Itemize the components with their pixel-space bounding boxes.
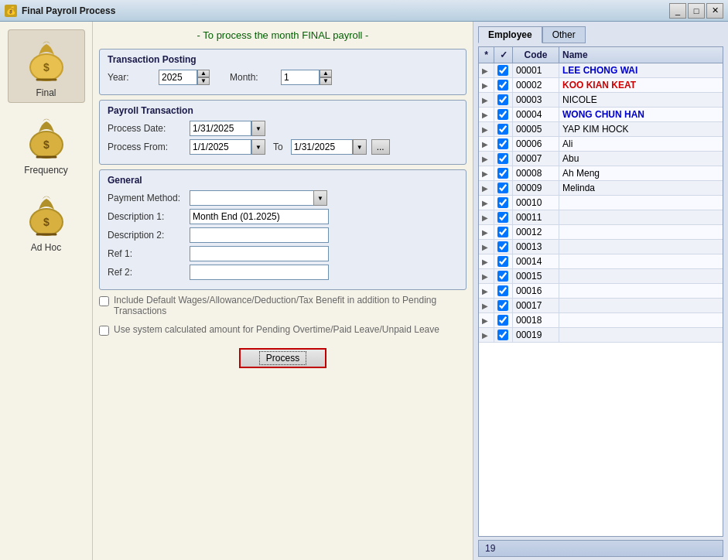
use-system-checkbox[interactable]	[99, 326, 109, 336]
row-checkbox-cell[interactable]	[494, 299, 513, 312]
row-checkbox-cell[interactable]	[494, 225, 513, 239]
maximize-button[interactable]: □	[688, 3, 705, 19]
row-expand-arrow[interactable]: ▶	[479, 122, 494, 136]
sidebar-item-frequency[interactable]: $ Frequency	[8, 107, 85, 180]
row-checkbox[interactable]	[497, 109, 508, 120]
row-expand-arrow[interactable]: ▶	[479, 240, 494, 254]
row-expand-arrow[interactable]: ▶	[479, 328, 494, 342]
sidebar-item-adhoc[interactable]: $ Ad Hoc	[8, 184, 85, 258]
process-from-field[interactable]	[190, 139, 251, 155]
row-checkbox-cell[interactable]	[494, 166, 513, 180]
process-to-field[interactable]	[291, 139, 353, 155]
row-expand-arrow[interactable]: ▶	[479, 284, 494, 298]
row-checkbox[interactable]	[497, 212, 508, 223]
process-date-dropdown-btn[interactable]: ▼	[251, 121, 265, 136]
row-checkbox-cell[interactable]	[494, 269, 513, 283]
row-checkbox[interactable]	[497, 330, 508, 340]
minimize-button[interactable]: _	[669, 3, 686, 19]
row-checkbox[interactable]	[497, 168, 508, 179]
row-checkbox[interactable]	[497, 227, 508, 237]
row-expand-arrow[interactable]: ▶	[479, 196, 494, 210]
row-checkbox[interactable]	[497, 197, 508, 208]
row-checkbox-cell[interactable]	[494, 108, 513, 121]
row-checkbox[interactable]	[497, 285, 508, 296]
year-down-btn[interactable]: ▼	[197, 77, 210, 85]
ellipsis-button[interactable]: ...	[371, 139, 390, 155]
row-expand-arrow[interactable]: ▶	[479, 210, 494, 224]
process-from-input[interactable]: ▼	[190, 139, 265, 155]
row-checkbox-cell[interactable]	[494, 78, 513, 92]
row-checkbox[interactable]	[497, 94, 508, 105]
close-button[interactable]: ✕	[706, 3, 723, 19]
process-date-input[interactable]: ▼	[190, 121, 265, 136]
row-expand-arrow[interactable]: ▶	[479, 299, 494, 312]
row-checkbox-cell[interactable]	[494, 254, 513, 268]
process-date-field[interactable]	[190, 121, 251, 136]
process-button[interactable]: Process	[239, 348, 326, 368]
row-checkbox[interactable]	[497, 153, 508, 164]
row-checkbox-cell[interactable]	[494, 63, 513, 77]
row-checkbox-cell[interactable]	[494, 181, 513, 195]
month-spinner[interactable]: ▲ ▼	[281, 70, 332, 85]
month-down-btn[interactable]: ▼	[320, 77, 332, 85]
row-checkbox-cell[interactable]	[494, 210, 513, 224]
process-from-dropdown-btn[interactable]: ▼	[251, 139, 265, 155]
payment-method-combo[interactable]: ▼	[190, 190, 327, 206]
row-checkbox-cell[interactable]	[494, 284, 513, 298]
desc1-input[interactable]	[190, 209, 329, 224]
row-checkbox-cell[interactable]	[494, 240, 513, 254]
employee-count: 19	[485, 543, 495, 554]
row-expand-arrow[interactable]: ▶	[479, 137, 494, 151]
row-checkbox[interactable]	[497, 124, 508, 135]
process-to-dropdown-btn[interactable]: ▼	[353, 139, 367, 155]
row-checkbox-cell[interactable]	[494, 137, 513, 151]
row-checkbox[interactable]	[497, 138, 508, 149]
month-up-btn[interactable]: ▲	[320, 70, 332, 77]
row-checkbox[interactable]	[497, 183, 508, 193]
row-expand-arrow[interactable]: ▶	[479, 181, 494, 195]
svg-text:$: $	[43, 61, 50, 73]
row-checkbox[interactable]	[497, 65, 508, 76]
tab-employee[interactable]: Employee	[478, 26, 542, 43]
row-expand-arrow[interactable]: ▶	[479, 93, 494, 107]
row-checkbox[interactable]	[497, 300, 508, 311]
sidebar-item-final[interactable]: $ Final	[8, 29, 85, 103]
year-spinner[interactable]: ▲ ▼	[159, 70, 210, 85]
row-expand-arrow[interactable]: ▶	[479, 313, 494, 327]
row-checkbox[interactable]	[497, 271, 508, 282]
row-expand-arrow[interactable]: ▶	[479, 166, 494, 180]
tab-other[interactable]: Other	[542, 26, 586, 43]
row-expand-arrow[interactable]: ▶	[479, 152, 494, 166]
row-expand-arrow[interactable]: ▶	[479, 254, 494, 268]
row-checkbox-cell[interactable]	[494, 328, 513, 342]
row-expand-arrow[interactable]: ▶	[479, 269, 494, 283]
row-expand-arrow[interactable]: ▶	[479, 225, 494, 239]
row-checkbox[interactable]	[497, 315, 508, 326]
row-code: 00015	[513, 269, 559, 283]
sidebar-adhoc-label: Ad Hoc	[31, 242, 61, 253]
ref1-input[interactable]	[190, 246, 329, 261]
row-checkbox-cell[interactable]	[494, 93, 513, 107]
desc2-input[interactable]	[190, 227, 329, 243]
row-checkbox-cell[interactable]	[494, 122, 513, 136]
year-up-btn[interactable]: ▲	[197, 70, 210, 77]
row-checkbox[interactable]	[497, 241, 508, 252]
row-expand-arrow[interactable]: ▶	[479, 63, 494, 77]
row-checkbox[interactable]	[497, 80, 508, 90]
row-expand-arrow[interactable]: ▶	[479, 108, 494, 121]
row-name: Ali	[559, 137, 723, 151]
frequency-icon: $	[22, 112, 71, 162]
row-expand-arrow[interactable]: ▶	[479, 78, 494, 92]
payment-method-dropdown-btn[interactable]: ▼	[313, 190, 327, 206]
row-checkbox-cell[interactable]	[494, 152, 513, 166]
include-default-checkbox[interactable]	[99, 296, 109, 306]
month-input[interactable]	[281, 70, 320, 85]
row-checkbox[interactable]	[497, 256, 508, 267]
row-checkbox-cell[interactable]	[494, 313, 513, 327]
col-check: ✓	[494, 47, 513, 63]
year-input[interactable]	[159, 70, 197, 85]
payment-method-input[interactable]	[190, 190, 313, 206]
ref2-input[interactable]	[190, 265, 329, 280]
process-to-input[interactable]: ▼	[291, 139, 367, 155]
row-checkbox-cell[interactable]	[494, 196, 513, 210]
